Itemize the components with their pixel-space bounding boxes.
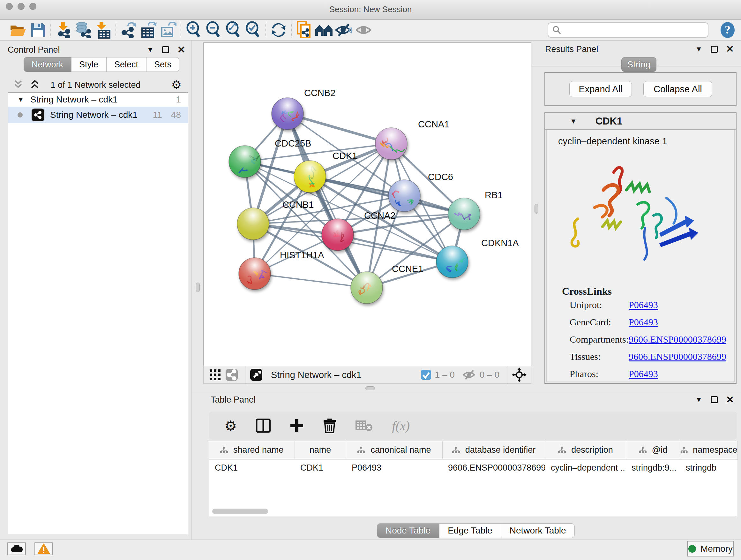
import-network-database-button[interactable]	[73, 21, 93, 39]
export-image-icon	[160, 22, 177, 38]
zoom-selected-button[interactable]	[243, 21, 263, 39]
table-horizontal-scrollbar[interactable]	[212, 509, 268, 514]
crosslink-link[interactable]: P06493	[629, 317, 658, 327]
import-network-file-button[interactable]	[54, 21, 73, 39]
table-settings-gear-icon[interactable]: ⚙	[224, 418, 237, 434]
hidden-count: 0 – 0	[480, 370, 499, 380]
node-CCNA1[interactable]: CCNA1	[375, 119, 449, 160]
edge-HIST1H1A-CCNE1[interactable]	[255, 273, 367, 288]
crosslink-link[interactable]: P06493	[629, 300, 658, 310]
table-cell[interactable]: P06493	[346, 459, 442, 476]
table-cell[interactable]: CDK1	[294, 459, 346, 476]
zoom-out-button[interactable]	[204, 21, 223, 39]
bottom-splitter-handle[interactable]	[365, 386, 375, 390]
panel-close-icon[interactable]: ✕	[726, 396, 734, 403]
panel-float-icon[interactable]	[711, 396, 718, 403]
table-cell[interactable]: 9606.ENSP00000378699	[442, 459, 545, 476]
selected-checkbox-icon[interactable]	[421, 369, 431, 380]
tab-edge-table[interactable]: Edge Table	[439, 523, 501, 538]
collapse-all-button[interactable]: Collapse All	[643, 81, 712, 97]
table-cell[interactable]: stringdb	[680, 459, 738, 476]
node-label-CCNE1: CCNE1	[392, 264, 423, 274]
zoom-in-button[interactable]	[184, 21, 204, 39]
left-splitter-handle[interactable]	[196, 283, 200, 292]
search-input[interactable]	[562, 25, 699, 35]
column-header-database-identifier[interactable]: database identifier	[442, 441, 545, 459]
bottom-splitter[interactable]	[203, 384, 531, 392]
open-session-button[interactable]	[8, 21, 28, 39]
network-canvas[interactable]: CCNB2CCNA1CDC25BCDK1CDC6RB1CCNB1CCNA2CDK…	[203, 43, 531, 366]
show-all-button[interactable]	[354, 21, 374, 39]
help-button[interactable]: ?	[719, 22, 736, 40]
panel-float-icon[interactable]	[711, 46, 718, 53]
cloud-button[interactable]	[7, 543, 26, 555]
edge-CDK1-RB1[interactable]	[310, 177, 464, 214]
control-panel: Control Panel ▼ ✕ NetworkStyleSelectSets…	[0, 41, 192, 540]
network-options-gear-icon[interactable]: ⚙	[172, 78, 182, 91]
panel-menu-icon[interactable]: ▼	[695, 395, 702, 404]
new-network-from-selection-button[interactable]	[294, 21, 314, 39]
export-table-button[interactable]	[138, 21, 158, 39]
double-house-button[interactable]	[314, 21, 334, 39]
table-row[interactable]: CDK1CDK1P064939606.ENSP00000378699cyclin…	[209, 459, 738, 476]
warnings-button[interactable]	[35, 543, 53, 555]
string-view-icon[interactable]	[225, 368, 238, 381]
hide-selected-button[interactable]	[334, 21, 354, 39]
tab-sets[interactable]: Sets	[146, 57, 179, 72]
search-bar[interactable]	[548, 22, 709, 38]
column-header-name[interactable]: name	[294, 441, 346, 459]
node-CCNB2[interactable]: CCNB2	[272, 88, 335, 130]
column-header-namespace[interactable]: namespace	[680, 441, 738, 459]
node-RB1[interactable]: RB1	[448, 190, 502, 230]
crosslink-link[interactable]: P06493	[629, 368, 658, 379]
grid-view-icon[interactable]	[209, 369, 221, 381]
node-CDC6[interactable]: CDC6	[388, 172, 453, 212]
import-table-button[interactable]	[93, 21, 113, 39]
crosslinks-title: CrossLinks	[562, 286, 612, 297]
crosslink-link[interactable]: 9606.ENSP00000378699	[629, 351, 726, 362]
tab-network[interactable]: Network	[23, 57, 71, 72]
export-image-button[interactable]	[158, 21, 178, 39]
network-row-selected[interactable]: String Network – cdk1 11 48	[8, 107, 188, 123]
column-header-canonical-name[interactable]: canonical name	[346, 441, 442, 459]
zoom-fit-button[interactable]	[223, 21, 243, 39]
delete-column-trash-icon[interactable]	[323, 418, 336, 433]
add-column-icon[interactable]	[290, 419, 304, 433]
panel-close-icon[interactable]: ✕	[726, 46, 734, 53]
refresh-layout-button[interactable]	[269, 21, 288, 39]
crosslink-link[interactable]: 9606.ENSP00000378699	[629, 334, 726, 345]
panel-close-icon[interactable]: ✕	[178, 46, 185, 53]
memory-button[interactable]: Memory	[687, 541, 734, 557]
node-CDKN1A[interactable]: CDKN1A	[436, 238, 519, 278]
collection-expand-icon[interactable]: ▼	[17, 96, 24, 104]
fit-content-crosshair-icon[interactable]	[512, 368, 527, 382]
column-header-shared-name[interactable]: shared name	[209, 441, 294, 459]
save-session-button[interactable]	[28, 21, 48, 39]
tab-node-table[interactable]: Node Table	[377, 523, 439, 538]
birds-eye-view-icon[interactable]	[250, 368, 263, 381]
column-header-label: database identifier	[465, 445, 536, 455]
table-cell[interactable]: CDK1	[209, 459, 294, 476]
tab-style[interactable]: Style	[71, 57, 106, 72]
tab-network-table[interactable]: Network Table	[501, 523, 575, 538]
network-collection-row[interactable]: ▼ String Network – cdk1 1	[8, 92, 188, 107]
column-type-icon	[638, 446, 647, 454]
expand-all-button[interactable]: Expand All	[569, 81, 632, 97]
show-columns-icon[interactable]	[256, 419, 271, 433]
gene-header[interactable]: ▼ CDK1	[545, 113, 736, 130]
save-floppy-icon	[30, 23, 45, 37]
network-tree: ▼ String Network – cdk1 1 String Network…	[8, 92, 188, 534]
node-CCNE1[interactable]: CCNE1	[351, 264, 423, 304]
column-header--id[interactable]: @id	[626, 441, 680, 459]
table-cell[interactable]: cyclin–dependent ...	[545, 459, 626, 476]
export-network-button[interactable]	[119, 21, 138, 39]
panel-float-icon[interactable]	[162, 46, 169, 53]
column-header-description[interactable]: description	[545, 441, 626, 459]
tab-select[interactable]: Select	[106, 57, 146, 72]
table-cell[interactable]: stringdb:9...	[626, 459, 680, 476]
panel-menu-icon[interactable]: ▼	[695, 45, 702, 53]
panel-menu-icon[interactable]: ▼	[147, 46, 154, 54]
node-HIST1H1A[interactable]: HIST1H1A	[239, 250, 324, 290]
gene-description: cyclin–dependent kinase 1	[558, 136, 667, 146]
gene-expand-icon[interactable]: ▼	[570, 117, 577, 125]
